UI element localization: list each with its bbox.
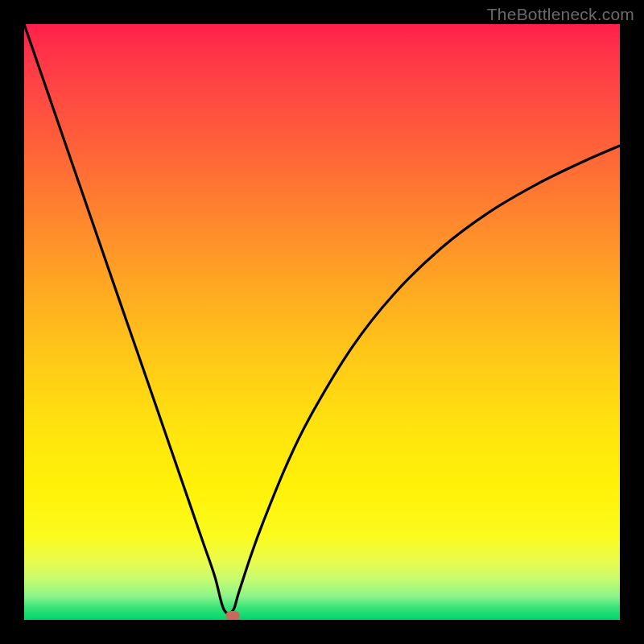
chart-frame: TheBottleneck.com	[0, 0, 644, 644]
minimum-marker	[226, 611, 240, 620]
watermark-text: TheBottleneck.com	[487, 5, 634, 24]
curve-svg	[24, 24, 620, 620]
plot-area	[24, 24, 620, 620]
curve-line	[24, 24, 620, 613]
